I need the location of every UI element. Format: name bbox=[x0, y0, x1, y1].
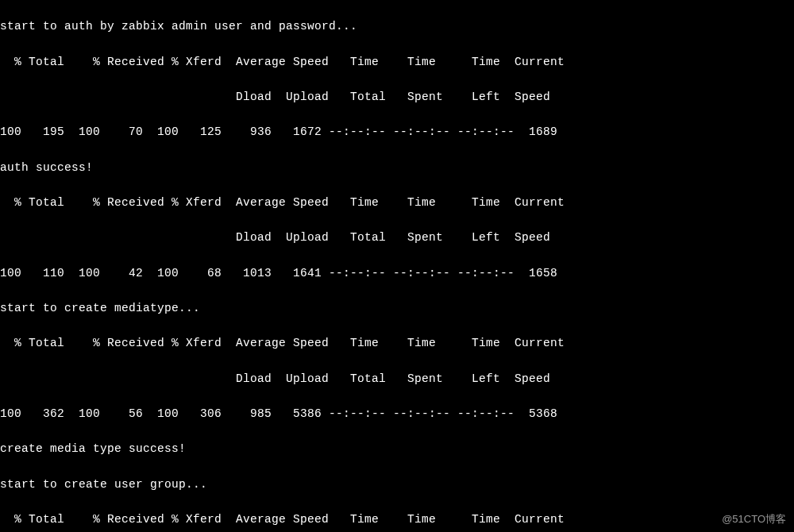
curl-header: Dload Upload Total Spent Left Speed bbox=[0, 370, 794, 387]
curl-header: % Total % Received % Xferd Average Speed… bbox=[0, 511, 794, 528]
curl-progress-row: 100 110 100 42 100 68 1013 1641 --:--:--… bbox=[0, 264, 794, 282]
curl-header: Dload Upload Total Spent Left Speed bbox=[0, 229, 794, 246]
status-line: create media type success! bbox=[0, 440, 794, 457]
status-line: auth success! bbox=[0, 159, 794, 176]
status-line: start to create mediatype... bbox=[0, 299, 794, 317]
curl-progress-row: 100 362 100 56 100 306 985 5386 --:--:--… bbox=[0, 405, 794, 422]
curl-header: % Total % Received % Xferd Average Speed… bbox=[0, 334, 794, 352]
status-line: start to auth by zabbix admin user and p… bbox=[0, 17, 794, 35]
status-line: start to create user group... bbox=[0, 476, 794, 493]
curl-header: % Total % Received % Xferd Average Speed… bbox=[0, 53, 794, 71]
curl-progress-row: 100 195 100 70 100 125 936 1672 --:--:--… bbox=[0, 123, 794, 141]
watermark: @51CTO博客 bbox=[722, 511, 786, 527]
curl-header: % Total % Received % Xferd Average Speed… bbox=[0, 194, 794, 211]
terminal-output: start to auth by zabbix admin user and p… bbox=[0, 0, 794, 532]
curl-header: Dload Upload Total Spent Left Speed bbox=[0, 88, 794, 106]
